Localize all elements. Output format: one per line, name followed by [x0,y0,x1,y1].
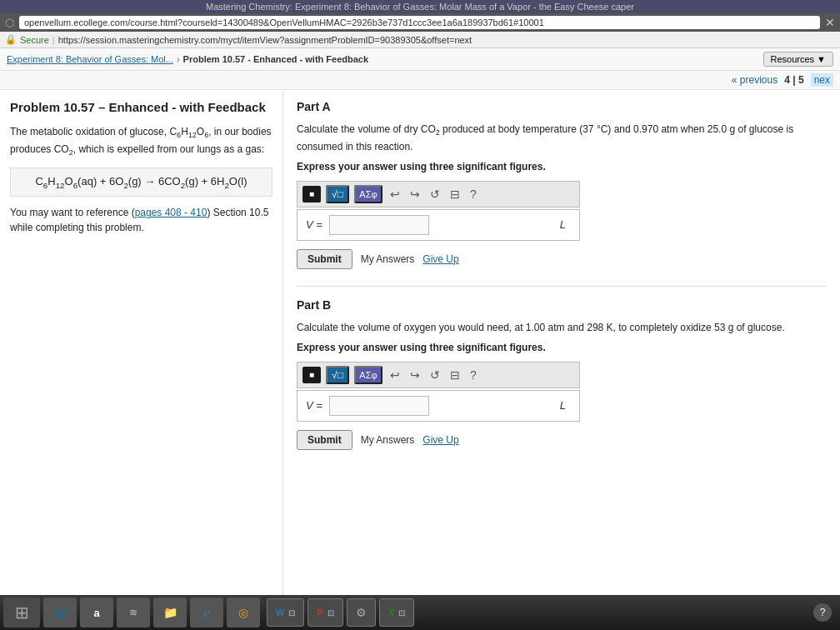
close-icon[interactable]: ✕ [825,16,835,29]
taskbar-center: W ⊡ P ⊡ ⚙ X ⊡ [267,598,414,627]
address-bar-row: ⬡ openvellum.ecollege.com/course.html?co… [0,13,840,32]
part-b-title: Part B [297,298,827,312]
resources-button[interactable]: Resources ▼ [763,52,833,67]
keyboard-icon-a[interactable]: ⊟ [448,186,462,202]
submit-button-a[interactable]: Submit [297,249,352,269]
redo-icon-a[interactable]: ↪ [408,186,422,202]
secure-label: Secure [20,35,49,45]
page-info: 4 | 5 [784,74,803,86]
main-content: Problem 10.57 – Enhanced - with Feedback… [0,90,840,620]
sqrt-button-b[interactable]: √□ [326,366,349,384]
part-a: Part A Calculate the volume of dry CO2 p… [297,100,827,269]
start-button[interactable]: ⊞ [3,598,40,628]
submit-button-b[interactable]: Submit [297,430,352,450]
my-answers-b: My Answers [361,434,415,446]
submit-area-b: Submit My Answers Give Up [297,430,827,450]
nav-controls: « previous 4 | 5 nex [0,71,840,90]
my-answers-a: My Answers [361,253,415,265]
taskbar-item-chrome[interactable]: ◎ [227,598,260,628]
reference-link[interactable]: pages 408 - 410 [135,207,208,218]
taskbar-tray: ? [813,603,837,622]
answer-area-b: V = L [297,390,580,422]
give-up-b[interactable]: Give Up [422,434,458,446]
part-b-express: Express your answer using three signific… [297,342,827,353]
breadcrumb: Experiment 8: Behavior of Gasses: Mol...… [7,54,368,64]
part-a-question: Calculate the volume of dry CO2 produced… [297,122,827,154]
nav-bar: 🔒 Secure | https://session.masteringchem… [0,32,840,48]
checkbox-icon-b: ■ [302,367,321,383]
tray-help-icon[interactable]: ? [813,603,832,622]
submit-area-a: Submit My Answers Give Up [297,249,827,269]
input-label-a: V = [306,218,322,231]
top-banner: Mastering Chemistry: Experiment 8: Behav… [0,0,840,13]
sqrt-button-a[interactable]: √□ [326,185,349,203]
help-icon-b[interactable]: ? [468,367,479,383]
part-a-title: Part A [297,100,827,113]
give-up-a[interactable]: Give Up [422,253,458,265]
reference-text: You may want to reference (pages 408 - 4… [10,205,272,235]
checkbox-icon-a: ■ [302,186,321,202]
taskbar-app-ppt[interactable]: P ⊡ [308,598,342,627]
refresh-icon-a[interactable]: ↺ [428,186,442,202]
taskbar-item-a[interactable]: a [80,598,113,628]
help-icon-a[interactable]: ? [468,186,479,202]
answer-toolbar-a: ■ √□ AΣφ ↩ ↪ ↺ ⊟ ? [297,181,580,208]
answer-input-b[interactable] [329,396,429,416]
address-bar[interactable]: openvellum.ecollege.com/course.html?cour… [19,16,820,29]
taskbar-app-settings[interactable]: ⚙ [347,598,376,627]
right-panel: Part A Calculate the volume of dry CO2 p… [283,90,840,620]
answer-input-a[interactable] [329,215,429,235]
unit-a: L [560,218,571,231]
unit-b: L [560,399,571,412]
undo-icon-b[interactable]: ↩ [388,367,402,383]
part-a-express: Express your answer using three signific… [297,161,827,172]
breadcrumb-item1[interactable]: Experiment 8: Behavior of Gasses: Mol... [7,54,173,64]
redo-icon-b[interactable]: ↪ [408,367,422,383]
breadcrumb-current: Problem 10.57 - Enhanced - with Feedback [183,54,369,64]
taskbar-app-excel[interactable]: X ⊡ [379,598,414,627]
taskbar-item-wifi[interactable]: ≋ [117,598,150,628]
part-divider [297,286,827,287]
separator: | [52,35,55,45]
part-b-question: Calculate the volume of oxygen you would… [297,320,827,335]
breadcrumb-arrow: › [177,54,180,64]
answer-toolbar-b: ■ √□ AΣφ ↩ ↪ ↺ ⊟ ? [297,362,580,388]
answer-area-a: V = L [297,209,580,241]
taskbar-app-word[interactable]: W ⊡ [267,598,304,627]
chevron-down-icon: ▼ [817,54,826,64]
next-link[interactable]: nex [811,73,833,87]
breadcrumb-bar: Experiment 8: Behavior of Gasses: Mol...… [0,48,840,71]
taskbar-item-folder[interactable]: 📁 [153,598,187,628]
taskbar-item-hp[interactable]: hp [43,598,77,628]
ase-button-a[interactable]: AΣφ [354,185,382,203]
taskbar-item-ie[interactable]: ℯ [190,598,223,628]
undo-icon-a[interactable]: ↩ [388,186,402,202]
ase-button-b[interactable]: AΣφ [354,366,382,384]
nav-url: https://session.masteringchemistry.com/m… [58,35,472,45]
browser-icon: ⬡ [5,17,14,29]
left-panel: Problem 10.57 – Enhanced - with Feedback… [0,90,283,620]
secure-icon: 🔒 [5,34,17,45]
refresh-icon-b[interactable]: ↺ [428,367,442,383]
input-label-b: V = [306,399,322,412]
problem-description: The metabolic oxidation of glucose, C6H1… [10,124,272,159]
problem-title: Problem 10.57 – Enhanced - with Feedback [10,100,272,114]
keyboard-icon-b[interactable]: ⊟ [448,367,462,383]
equation-box: C6H12O6(aq) + 6O2(g) → 6CO2(g) + 6H2O(l) [10,168,272,198]
taskbar: ⊞ hp a ≋ 📁 ℯ ◎ W ⊡ P ⊡ ⚙ X ⊡ [0,595,840,630]
previous-link[interactable]: « previous [732,74,778,86]
part-b: Part B Calculate the volume of oxygen yo… [297,298,827,450]
